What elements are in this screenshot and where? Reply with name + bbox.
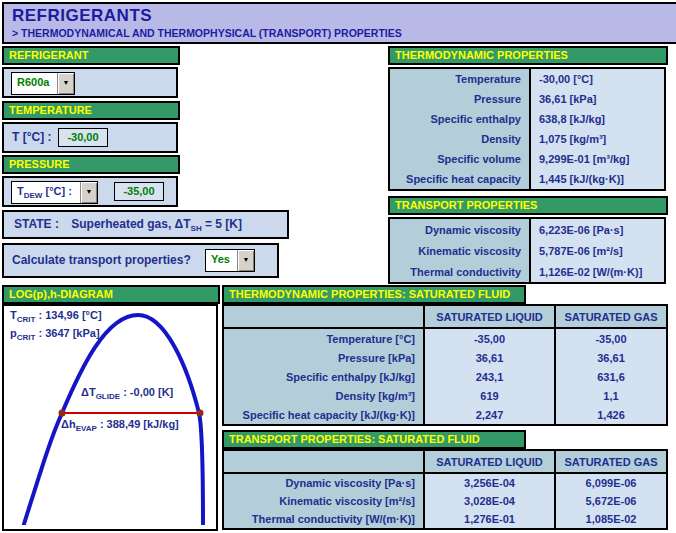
bubble-point-marker	[59, 410, 66, 417]
property-label: Pressure [kPa]	[224, 348, 425, 367]
sat-thermo-section-header: THERMODYNAMIC PROPERTIES: SATURATED FLUI…	[222, 285, 526, 304]
gas-value: 6,099E-06	[556, 474, 666, 492]
app-window: REFRIGERANTS > THERMODYNAMICAL AND THERM…	[0, 0, 676, 533]
sat-transport-section-header: TRANSPORT PROPERTIES: SATURATED FLUID	[222, 430, 526, 449]
transport-question-selected-value: Yes	[206, 250, 237, 271]
property-label: Kinematic viscosity [m²/s]	[224, 492, 425, 510]
gas-value: 5,672E-06	[556, 492, 666, 510]
app-header: REFRIGERANTS > THERMODYNAMICAL AND THERM…	[2, 2, 676, 44]
property-label: Temperature	[390, 69, 531, 89]
pressure-panel: TDEW [°C] : ▼ -35,00	[2, 176, 178, 207]
property-value: 1,445 [kJ/(kg·K)]	[531, 169, 664, 189]
temperature-input[interactable]: -30,00	[58, 128, 108, 147]
corner-header-cell	[224, 306, 425, 329]
property-value: 9,299E-01 [m³/kg]	[531, 149, 664, 169]
property-label: Thermal conductivity [W/(m·K)]	[224, 510, 425, 528]
property-label: Dynamic viscosity [Pa·s]	[224, 474, 425, 492]
gas-value: 36,61	[556, 348, 666, 367]
transport-question-select[interactable]: Yes ▼	[205, 249, 255, 272]
transport-question-label: Calculate transport properties?	[12, 253, 191, 267]
thermo-props-table: Temperature -30,00 [°C] Pressure 36,61 […	[388, 67, 666, 191]
liquid-value: 3,256E-04	[425, 474, 556, 492]
tcrit-label: TCRIT : 134,96 [°C]	[10, 309, 102, 324]
liquid-value: 3,028E-04	[425, 492, 556, 510]
state-panel: STATE : Superheated gas, ΔTSH = 5 [K]	[2, 210, 289, 239]
diagram-section-header: LOG(p),h-DIAGRAM	[2, 285, 220, 304]
property-value: 1,126E-02 [W/(m·K)]	[531, 261, 664, 282]
hevap-label: ΔhEVAP : 388,49 [kJ/kg]	[61, 418, 179, 433]
refrigerant-select[interactable]: R600a ▼	[11, 72, 75, 95]
liquid-value: -35,00	[425, 329, 556, 348]
dew-point-marker	[197, 410, 204, 417]
pressure-section-header: PRESSURE	[2, 155, 180, 174]
state-text: Superheated gas, ΔTSH = 5 [K]	[71, 217, 242, 231]
property-label: Density	[390, 129, 531, 149]
liquid-value: 243,1	[425, 367, 556, 386]
refrigerant-panel: R600a ▼	[2, 67, 178, 98]
property-value: 6,223E-06 [Pa·s]	[531, 219, 664, 240]
temperature-section-header: TEMPERATURE	[2, 101, 180, 120]
transport-props-section-header: TRANSPORT PROPERTIES	[388, 196, 668, 215]
liquid-value: 36,61	[425, 348, 556, 367]
chevron-down-icon[interactable]: ▼	[57, 73, 74, 94]
transport-question-panel: Calculate transport properties? Yes ▼	[2, 243, 279, 278]
liquid-value: 1,276E-01	[425, 510, 556, 528]
property-value: 638,8 [kJ/kg]	[531, 109, 664, 129]
property-label: Pressure	[390, 89, 531, 109]
saturated-liquid-column-header: SATURATED LIQUID	[425, 451, 556, 474]
property-label: Specific heat capacity [kJ/(kg·K)]	[224, 405, 425, 424]
property-label: Temperature [°C]	[224, 329, 425, 348]
pressure-mode-selected-value: TDEW [°C] :	[12, 182, 80, 203]
gas-value: 631,6	[556, 367, 666, 386]
transport-props-table: Dynamic viscosity 6,223E-06 [Pa·s] Kinem…	[388, 217, 666, 284]
sat-transport-table: SATURATED LIQUID SATURATED GAS Dynamic v…	[222, 449, 668, 530]
property-value: 36,61 [kPa]	[531, 89, 664, 109]
refrigerant-section-header: REFRIGERANT	[2, 46, 180, 65]
property-label: Thermal conductivity	[390, 261, 531, 282]
gas-value: -35,00	[556, 329, 666, 348]
chevron-down-icon[interactable]: ▼	[80, 182, 97, 203]
property-value: 5,787E-06 [m²/s]	[531, 240, 664, 261]
page-title: REFRIGERANTS	[12, 6, 676, 26]
liquid-value: 2,247	[425, 405, 556, 424]
logp-h-diagram: TCRIT : 134,96 [°C] pCRIT : 3647 [kPa] Δ…	[2, 304, 218, 531]
temperature-panel: T [°C] : -30,00	[2, 122, 178, 153]
corner-header-cell	[224, 451, 425, 474]
property-value: -30,00 [°C]	[531, 69, 664, 89]
state-label: STATE :	[14, 217, 59, 231]
tglide-label: ΔTGLIDE : -0,00 [K]	[81, 386, 173, 401]
liquid-value: 619	[425, 386, 556, 405]
property-label: Specific volume	[390, 149, 531, 169]
temperature-label: T [°C] :	[12, 130, 51, 144]
pressure-mode-select[interactable]: TDEW [°C] : ▼	[11, 181, 98, 204]
chevron-down-icon[interactable]: ▼	[237, 250, 254, 271]
page-subtitle: > THERMODYNAMICAL AND THERMOPHYSICAL (TR…	[12, 27, 676, 39]
gas-value: 1,085E-02	[556, 510, 666, 528]
thermo-props-section-header: THERMODYNAMIC PROPERTIES	[388, 46, 668, 65]
pcrit-label: pCRIT : 3647 [kPa]	[10, 327, 100, 342]
gas-value: 1,1	[556, 386, 666, 405]
saturated-liquid-column-header: SATURATED LIQUID	[425, 306, 556, 329]
property-value: 1,075 [kg/m³]	[531, 129, 664, 149]
property-label: Density [kg/m³]	[224, 386, 425, 405]
sat-thermo-table: SATURATED LIQUID SATURATED GAS Temperatu…	[222, 304, 668, 426]
saturated-gas-column-header: SATURATED GAS	[556, 451, 666, 474]
property-label: Kinematic viscosity	[390, 240, 531, 261]
refrigerant-selected-value: R600a	[12, 73, 57, 94]
property-label: Dynamic viscosity	[390, 219, 531, 240]
saturated-gas-column-header: SATURATED GAS	[556, 306, 666, 329]
property-label: Specific heat capacity	[390, 169, 531, 189]
property-label: Specific enthalpy [kJ/kg]	[224, 367, 425, 386]
gas-value: 1,426	[556, 405, 666, 424]
property-label: Specific enthalpy	[390, 109, 531, 129]
pressure-input[interactable]: -35,00	[114, 182, 164, 201]
